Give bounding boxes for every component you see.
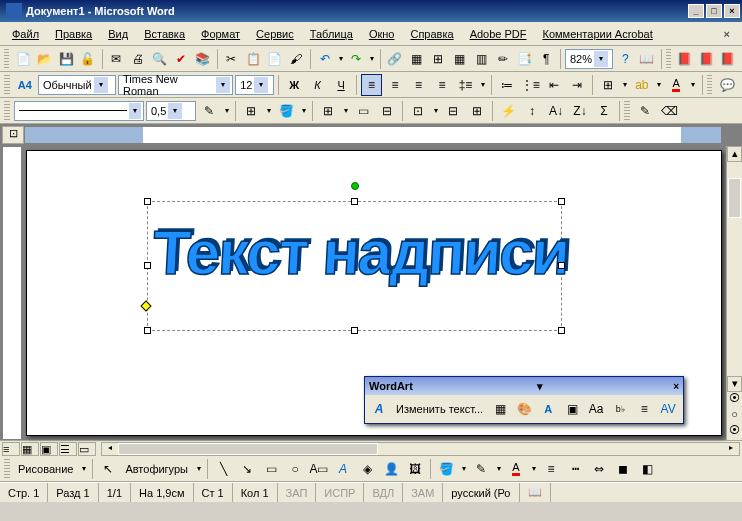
insert-wordart-button[interactable]: A bbox=[368, 398, 390, 420]
next-page-button[interactable]: ⦿ bbox=[727, 424, 742, 440]
status-trk[interactable]: ИСПР bbox=[316, 483, 364, 502]
pen-color-button[interactable]: ✎ bbox=[198, 100, 220, 122]
3d-button[interactable]: ◧ bbox=[636, 458, 658, 480]
pen-color-dropdown[interactable]: ▾ bbox=[222, 106, 231, 115]
status-rec[interactable]: ЗАП bbox=[278, 483, 317, 502]
spellcheck-button[interactable]: ✔ bbox=[172, 48, 192, 70]
line-weight-combo[interactable]: 0,5▾ bbox=[146, 101, 196, 121]
menu-view[interactable]: Вид bbox=[102, 26, 134, 42]
same-height-button[interactable]: Aa bbox=[585, 398, 607, 420]
dash-style-button[interactable]: ┅ bbox=[564, 458, 586, 480]
arrow-style-button[interactable]: ⇔ bbox=[588, 458, 610, 480]
scroll-up-button[interactable]: ▴ bbox=[727, 146, 742, 162]
status-ovr[interactable]: ЗАМ bbox=[403, 483, 443, 502]
cut-button[interactable]: ✂ bbox=[222, 48, 242, 70]
textbox-button[interactable]: A▭ bbox=[308, 458, 330, 480]
pdf-button-1[interactable]: 📕 bbox=[675, 48, 695, 70]
permission-button[interactable]: 🔓 bbox=[78, 48, 98, 70]
new-button[interactable]: 📄 bbox=[13, 48, 33, 70]
toolbar-grip-6[interactable] bbox=[624, 101, 630, 121]
drawing-menu[interactable]: Рисование bbox=[14, 463, 77, 475]
select-objects-button[interactable]: ↖ bbox=[97, 458, 119, 480]
picture-button[interactable]: 🖼 bbox=[404, 458, 426, 480]
pdf-button-2[interactable]: 📕 bbox=[697, 48, 717, 70]
acrobat-comment-button[interactable]: 💬 bbox=[716, 74, 737, 96]
save-button[interactable]: 💾 bbox=[57, 48, 77, 70]
toolbar-grip-3[interactable] bbox=[4, 75, 10, 95]
insert-wordart2-button[interactable]: A bbox=[332, 458, 354, 480]
status-spell-icon[interactable]: 📖 bbox=[520, 483, 551, 502]
tables-borders-button[interactable]: ▦ bbox=[407, 48, 427, 70]
horizontal-scrollbar[interactable]: ◂ ▸ bbox=[101, 442, 740, 456]
redo-dropdown[interactable]: ▾ bbox=[368, 54, 376, 63]
preview-button[interactable]: 🔍 bbox=[150, 48, 170, 70]
menu-insert[interactable]: Вставка bbox=[138, 26, 191, 42]
format-painter-button[interactable]: 🖌 bbox=[287, 48, 307, 70]
arrow-button[interactable]: ↘ bbox=[236, 458, 258, 480]
normal-view-button[interactable]: ≡ bbox=[2, 442, 20, 456]
maximize-button[interactable]: □ bbox=[706, 4, 722, 18]
scroll-thumb[interactable] bbox=[728, 178, 741, 218]
resize-handle-sw[interactable] bbox=[144, 327, 151, 334]
vertical-ruler[interactable] bbox=[2, 146, 22, 440]
italic-button[interactable]: К bbox=[307, 74, 328, 96]
font-combo[interactable]: Times New Roman▾ bbox=[118, 75, 233, 95]
resize-handle-e[interactable] bbox=[558, 262, 565, 269]
insert-table-dropdown[interactable]: ▾ bbox=[341, 106, 350, 115]
page[interactable]: Текст надписи WordArt ▾ × A Изменить тек… bbox=[26, 150, 722, 436]
menu-acrobat[interactable]: Комментарии Acrobat bbox=[537, 26, 659, 42]
resize-handle-se[interactable] bbox=[558, 327, 565, 334]
line-spacing-button[interactable]: ‡≡ bbox=[455, 74, 476, 96]
bullets-button[interactable]: ⋮≡ bbox=[519, 74, 540, 96]
help-button[interactable]: ? bbox=[615, 48, 635, 70]
resize-handle-w[interactable] bbox=[144, 262, 151, 269]
columns-button[interactable]: ▥ bbox=[472, 48, 492, 70]
font-color-dropdown[interactable]: ▾ bbox=[689, 80, 698, 89]
research-button[interactable]: 📚 bbox=[193, 48, 213, 70]
pdf-button-3[interactable]: 📕 bbox=[718, 48, 738, 70]
copy-button[interactable]: 📋 bbox=[243, 48, 263, 70]
style-pane-icon[interactable]: A4 bbox=[18, 79, 32, 91]
format-wordart-button[interactable]: 🎨 bbox=[513, 398, 535, 420]
undo-button[interactable]: ↶ bbox=[315, 48, 335, 70]
bold-button[interactable]: Ж bbox=[283, 74, 304, 96]
status-ext[interactable]: ВДЛ bbox=[364, 483, 403, 502]
wordart-toolbar-close[interactable]: × bbox=[673, 381, 679, 392]
wordart-gallery-button[interactable]: ▦ bbox=[489, 398, 511, 420]
draw-table-button[interactable]: ✎ bbox=[634, 100, 656, 122]
resize-handle-s[interactable] bbox=[351, 327, 358, 334]
outline-view-button[interactable]: ☰ bbox=[59, 442, 77, 456]
line-color-button[interactable]: ✎ bbox=[470, 458, 492, 480]
toolbar-grip-4[interactable] bbox=[707, 75, 713, 95]
menu-edit[interactable]: Правка bbox=[49, 26, 98, 42]
toolbar-grip-7[interactable] bbox=[4, 459, 10, 479]
align-left-button[interactable]: ≡ bbox=[361, 74, 382, 96]
scroll-down-button[interactable]: ▾ bbox=[727, 376, 742, 392]
wordart-toolbar-title[interactable]: WordArt ▾ × bbox=[365, 377, 683, 395]
rotate-handle[interactable] bbox=[351, 182, 359, 190]
oval-button[interactable]: ○ bbox=[284, 458, 306, 480]
diagram-button[interactable]: ◈ bbox=[356, 458, 378, 480]
menu-format[interactable]: Формат bbox=[195, 26, 246, 42]
excel-button[interactable]: ▦ bbox=[450, 48, 470, 70]
autoshapes-menu[interactable]: Автофигуры bbox=[121, 463, 192, 475]
paste-button[interactable]: 📄 bbox=[265, 48, 285, 70]
adjust-handle[interactable] bbox=[140, 300, 151, 311]
highlight-button[interactable]: ab bbox=[631, 74, 652, 96]
borders-button[interactable]: ⊞ bbox=[597, 74, 618, 96]
text-direction-button[interactable]: ↕ bbox=[521, 100, 543, 122]
redo-button[interactable]: ↷ bbox=[347, 48, 367, 70]
menu-help[interactable]: Справка bbox=[404, 26, 459, 42]
wordart-toolbar-options[interactable]: ▾ bbox=[537, 380, 543, 393]
resize-handle-nw[interactable] bbox=[144, 198, 151, 205]
drawing-toggle-button[interactable]: ✏ bbox=[493, 48, 513, 70]
insert-table-button[interactable]: ⊞ bbox=[428, 48, 448, 70]
edit-wordart-text-button[interactable]: Изменить текст... bbox=[392, 403, 487, 415]
borders-dropdown[interactable]: ▾ bbox=[620, 80, 629, 89]
sort-asc-button[interactable]: A↓ bbox=[545, 100, 567, 122]
shading-button[interactable]: 🪣 bbox=[275, 100, 297, 122]
menu-adobe[interactable]: Adobe PDF bbox=[464, 26, 533, 42]
ruler-corner[interactable]: ⊡ bbox=[2, 126, 24, 144]
align-center-button[interactable]: ≡ bbox=[384, 74, 405, 96]
sort-desc-button[interactable]: Z↓ bbox=[569, 100, 591, 122]
